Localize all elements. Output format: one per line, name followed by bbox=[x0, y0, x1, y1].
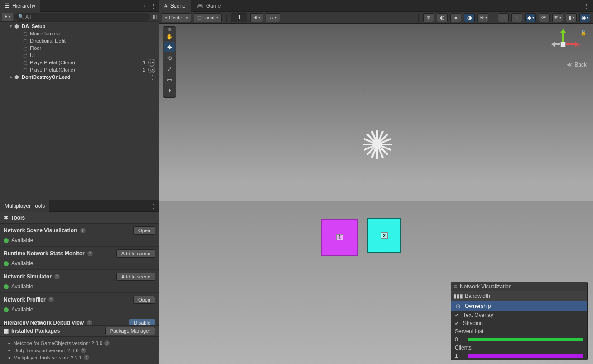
lighting-button[interactable]: ☀▾ bbox=[477, 13, 488, 22]
camera-button[interactable]: ▮▾ bbox=[566, 13, 577, 22]
hierarchy-item-5[interactable]: ▢PlayerPrefab(Clone)1◔ bbox=[0, 59, 159, 66]
transform-tool-button[interactable]: ✦ bbox=[164, 86, 175, 96]
rotate-tool-button[interactable]: ⟲ bbox=[164, 53, 175, 63]
hierarchy-item-6[interactable]: ▢PlayerPrefab(Clone)2◔ bbox=[0, 66, 159, 73]
gizmo-layers-button[interactable]: ≋▾ bbox=[552, 13, 563, 22]
hierarchy-item-4[interactable]: ▢UI bbox=[0, 52, 159, 59]
mp-tool-button[interactable]: Add to scene bbox=[116, 273, 155, 281]
hierarchy-lock-icon[interactable]: ⫠ bbox=[141, 2, 147, 10]
hierarchy-search-placeholder: All bbox=[25, 14, 31, 19]
hierarchy-create-button[interactable]: +▾ bbox=[2, 13, 13, 21]
hierarchy-item-2[interactable]: ▢Directional Light bbox=[0, 37, 159, 44]
hierarchy-item-7[interactable]: ▶⬢DontDestroyOnLoad⋮ bbox=[0, 73, 159, 81]
hierarchy-item-0[interactable]: ▼⬢DA_Setup bbox=[0, 23, 159, 30]
netvis-serverhost-label: Server/Host bbox=[451, 327, 587, 335]
hierarchy-toolbar: +▾ 🔍 All ◧ bbox=[0, 12, 159, 22]
textoverlay-check-icon bbox=[455, 312, 459, 318]
2d-toggle-button[interactable]: ◐ bbox=[437, 13, 448, 22]
hand-tool-button[interactable]: ✋ bbox=[164, 31, 175, 41]
multiplayer-tab-bar: Multiplayer Tools ⋮ bbox=[0, 200, 159, 212]
mp-tool-button[interactable]: Add to scene bbox=[116, 249, 155, 258]
network-object-icon: ◔ bbox=[148, 66, 155, 73]
player-prefab-1[interactable]: 1 bbox=[321, 219, 358, 256]
gameobject-icon: ▢ bbox=[22, 38, 28, 44]
move-tool-button[interactable]: ✥ bbox=[164, 42, 175, 52]
package-manager-button[interactable]: Package Manager bbox=[105, 327, 155, 335]
serverhost-bar bbox=[468, 338, 583, 341]
directional-light-gizmo[interactable] bbox=[363, 130, 392, 159]
game-icon: 🎮 bbox=[197, 3, 203, 9]
help-icon[interactable]: ? bbox=[81, 348, 86, 353]
mp-tool-button[interactable]: Open bbox=[133, 296, 155, 304]
skybox-toggle-button[interactable]: ◑ bbox=[464, 13, 475, 22]
scene-back-button[interactable]: ≪ Back bbox=[567, 62, 587, 68]
help-icon[interactable]: ? bbox=[87, 320, 92, 325]
gameobject-icon: ▢ bbox=[22, 59, 28, 66]
help-icon[interactable]: ? bbox=[84, 355, 89, 360]
fx-toggle-button[interactable]: ✎ bbox=[511, 13, 522, 22]
gizmos-button[interactable]: ◉▾ bbox=[579, 13, 590, 22]
game-tab-label: Game bbox=[206, 3, 221, 9]
packages-header-label: Installed Packages bbox=[11, 328, 60, 334]
snap-increment-button[interactable]: ↔▾ bbox=[266, 13, 280, 22]
hierarchy-filter-icon[interactable]: ◧ bbox=[152, 14, 157, 20]
hierarchy-item-1[interactable]: ▢Main Camera bbox=[0, 30, 159, 37]
draw-mode-button[interactable]: ⊕ bbox=[423, 13, 434, 22]
back-arrow-icon: ≪ bbox=[567, 62, 573, 68]
network-visualization-overlay[interactable]: Network Visualization ▮▮▮ Bandwidth ◷ Ow… bbox=[451, 282, 588, 360]
pivot-dropdown[interactable]: ⌖Center bbox=[162, 13, 191, 22]
tools-icon: ✖ bbox=[4, 215, 8, 221]
scale-tool-button[interactable]: ⤢ bbox=[164, 64, 175, 74]
netvis-client1-bar-row: 1 bbox=[451, 352, 587, 360]
help-icon[interactable]: ? bbox=[54, 274, 60, 279]
palette-handle[interactable] bbox=[164, 29, 175, 30]
multiplayer-tab[interactable]: Multiplayer Tools bbox=[0, 200, 49, 212]
multiplayer-menu-icon[interactable]: ⋮ bbox=[150, 202, 156, 210]
tab-game[interactable]: 🎮 Game bbox=[191, 0, 227, 12]
mp-tool-4: Hierarchy Network Debug View?DisableAvai… bbox=[0, 316, 159, 325]
help-icon[interactable]: ? bbox=[87, 251, 93, 256]
grid-snap-button[interactable]: ⊞▾ bbox=[250, 13, 263, 22]
mp-tool-1: Runtime Network Stats Monitor?Add to sce… bbox=[0, 247, 159, 270]
player-prefab-2[interactable]: 2 bbox=[367, 218, 401, 253]
player-1-label: 1 bbox=[336, 234, 343, 240]
help-icon[interactable]: ? bbox=[80, 228, 86, 233]
packages-list: Netcode for GameObjects version: 2.0.0 ?… bbox=[0, 337, 159, 364]
help-icon[interactable]: ? bbox=[104, 340, 110, 346]
audio-toggle-button[interactable]: 〰 bbox=[498, 13, 509, 22]
hierarchy-title: Hierarchy bbox=[12, 3, 35, 9]
layers-button[interactable]: ◆▾ bbox=[525, 13, 536, 22]
hierarchy-tab[interactable]: ☰ Hierarchy bbox=[0, 0, 40, 12]
scene-menu-icon[interactable]: ⋮ bbox=[583, 2, 589, 10]
netvis-ownership-row[interactable]: ◷ Ownership bbox=[451, 301, 587, 311]
packages-section-header: ▣ Installed Packages Package Manager bbox=[0, 325, 159, 337]
handle-dropdown[interactable]: ◳Local bbox=[194, 13, 222, 22]
status-dot-icon bbox=[4, 238, 9, 243]
netvis-shading-toggle[interactable]: Shading bbox=[451, 319, 587, 327]
scene-tabs: # Scene 🎮 Game ⋮ bbox=[159, 0, 593, 12]
grid-step-input[interactable] bbox=[231, 13, 247, 22]
overlay-menu-handle[interactable]: ≡ bbox=[374, 26, 378, 34]
shading-check-icon bbox=[455, 320, 459, 326]
help-icon[interactable]: ? bbox=[48, 297, 54, 302]
tools-header-label: Tools bbox=[11, 215, 25, 221]
mp-tool-button[interactable]: Disable bbox=[129, 319, 155, 325]
hierarchy-item-3[interactable]: ▢Floor bbox=[0, 44, 159, 52]
mp-tool-name: Runtime Network Stats Monitor bbox=[4, 250, 85, 257]
tab-scene[interactable]: # Scene bbox=[159, 0, 191, 12]
netvis-titlebar[interactable]: Network Visualization bbox=[451, 282, 587, 291]
shaded-button[interactable]: ● bbox=[450, 13, 461, 22]
gizmo-lock-icon[interactable]: 🔓 bbox=[580, 30, 587, 36]
hierarchy-tree[interactable]: ▼⬢DA_Setup▢Main Camera▢Directional Light… bbox=[0, 22, 159, 200]
rect-tool-button[interactable]: ▭ bbox=[164, 75, 175, 85]
scene-view[interactable]: ≡ ✋ ✥ ⟲ ⤢ ▭ ✦ x 🔓 ≪ bbox=[159, 24, 593, 364]
hierarchy-item-menu[interactable]: ⋮ bbox=[149, 73, 155, 81]
orientation-gizmo[interactable]: x bbox=[549, 30, 578, 59]
netvis-textoverlay-toggle[interactable]: Text Overlay bbox=[451, 311, 587, 319]
mp-tool-button[interactable]: Open bbox=[133, 226, 155, 235]
netvis-bandwidth-row[interactable]: ▮▮▮ Bandwidth bbox=[451, 291, 587, 301]
hierarchy-search-input[interactable]: 🔍 All bbox=[14, 13, 150, 21]
hierarchy-menu-icon[interactable]: ⋮ bbox=[150, 2, 156, 10]
gameobject-icon: ▢ bbox=[22, 67, 28, 73]
visibility-button[interactable]: 👁 bbox=[539, 13, 550, 22]
